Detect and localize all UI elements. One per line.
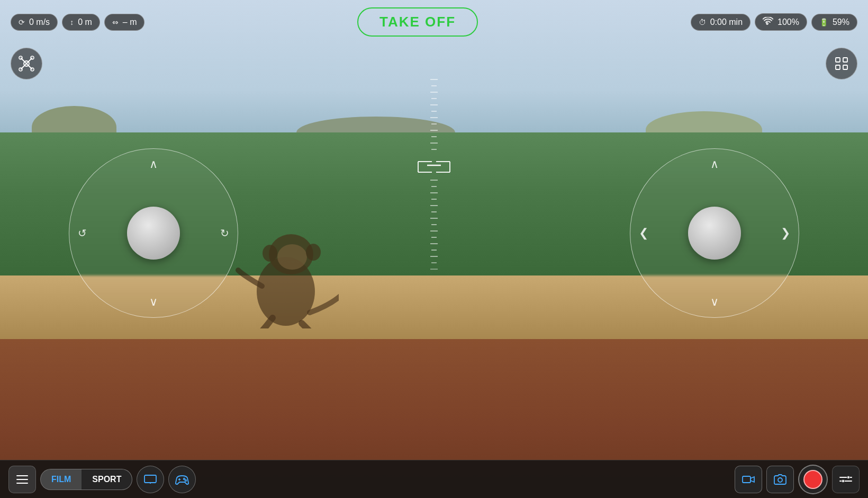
right-arrow-right: ❯ (781, 226, 790, 240)
drone-mode-button[interactable] (11, 48, 42, 79)
top-bar: ⟳ 0 m/s ↕ 0 m ⇔ – m TAKE OFF ⏱ 0:00 min (0, 7, 868, 37)
ui-overlay: ⟳ 0 m/s ↕ 0 m ⇔ – m TAKE OFF ⏱ 0:00 min (0, 0, 868, 498)
svg-rect-16 (836, 65, 840, 69)
sport-mode-button[interactable]: SPORT (82, 469, 132, 490)
settings-dot-2 (842, 479, 845, 483)
speed-value: 0 m/s (29, 17, 50, 27)
svg-rect-15 (843, 58, 847, 62)
left-arrow-down: ∨ (149, 295, 158, 309)
menu-button[interactable] (8, 466, 36, 493)
svg-point-62 (778, 478, 782, 482)
hamburger-line-1 (16, 475, 28, 476)
takeoff-button[interactable]: TAKE OFF (357, 7, 478, 37)
video-icon (742, 475, 755, 484)
left-arrow-up: ∧ (149, 157, 158, 171)
bottom-left: FILM SPORT (8, 466, 196, 493)
settings-button[interactable] (832, 466, 860, 493)
distance-icon: ⇔ (112, 18, 119, 26)
svg-point-59 (184, 478, 185, 479)
svg-point-60 (185, 479, 187, 481)
distance-stat: ⇔ – m (104, 14, 145, 31)
speed-icon: ⟳ (19, 18, 25, 26)
signal-stat: 100% (755, 13, 807, 31)
screen-icon (144, 475, 157, 484)
right-joystick-knob[interactable] (688, 207, 741, 260)
altitude-ruler (413, 74, 455, 339)
battery-icon: 🔋 (819, 18, 828, 26)
flight-time-stat: ⏱ 0:00 min (691, 14, 751, 31)
mode-selector: FILM SPORT (40, 469, 132, 490)
left-arrow-rotate-left: ↺ (78, 227, 87, 239)
gamepad-icon (175, 474, 189, 485)
right-joystick[interactable]: ∧ ∨ ❮ ❯ (630, 148, 799, 318)
capture-button[interactable] (798, 465, 828, 494)
left-arrow-rotate-right: ↻ (220, 227, 229, 239)
left-joystick-knob[interactable] (127, 207, 180, 260)
wifi-icon (763, 17, 773, 27)
capture-inner (803, 470, 822, 489)
screen-button[interactable] (137, 466, 164, 493)
right-arrow-left: ❮ (639, 226, 648, 240)
svg-rect-14 (836, 58, 840, 62)
top-left-stats: ⟳ 0 m/s ↕ 0 m ⇔ – m (11, 14, 144, 31)
hamburger-line-3 (16, 483, 28, 484)
photo-icon (774, 474, 786, 485)
bottom-bar: FILM SPORT (0, 460, 868, 498)
bottom-right (735, 465, 860, 494)
battery-stat: 🔋 59% (811, 14, 857, 31)
center-reticle (413, 74, 455, 339)
altitude-value: 0 m (78, 17, 92, 27)
grid-icon (834, 56, 849, 71)
distance-value: – m (123, 17, 137, 27)
settings-line-2 (839, 481, 852, 482)
film-mode-button[interactable]: FILM (41, 469, 82, 490)
battery-value: 59% (833, 17, 849, 27)
svg-rect-54 (144, 475, 156, 483)
speed-stat: ⟳ 0 m/s (11, 14, 58, 31)
right-arrow-up: ∧ (710, 157, 719, 171)
timer-icon: ⏱ (699, 18, 706, 26)
photo-button[interactable] (766, 466, 794, 493)
gamepad-button[interactable] (168, 466, 196, 493)
svg-rect-17 (843, 65, 847, 69)
left-joystick[interactable]: ∧ ∨ ↺ ↻ (69, 148, 238, 318)
settings-line-1 (839, 477, 852, 478)
top-right-stats: ⏱ 0:00 min 100% 🔋 59% (691, 13, 857, 31)
altitude-stat: ↕ 0 m (62, 14, 100, 31)
signal-value: 100% (777, 17, 799, 27)
right-arrow-down: ∨ (710, 295, 719, 309)
svg-rect-61 (743, 476, 751, 483)
altitude-icon: ↕ (70, 18, 74, 26)
flight-time-value: 0:00 min (710, 17, 743, 27)
video-button[interactable] (735, 466, 762, 493)
grid-button[interactable] (826, 48, 857, 79)
hamburger-line-2 (16, 479, 28, 480)
settings-dot-1 (847, 476, 850, 479)
drone-icon (19, 56, 34, 72)
